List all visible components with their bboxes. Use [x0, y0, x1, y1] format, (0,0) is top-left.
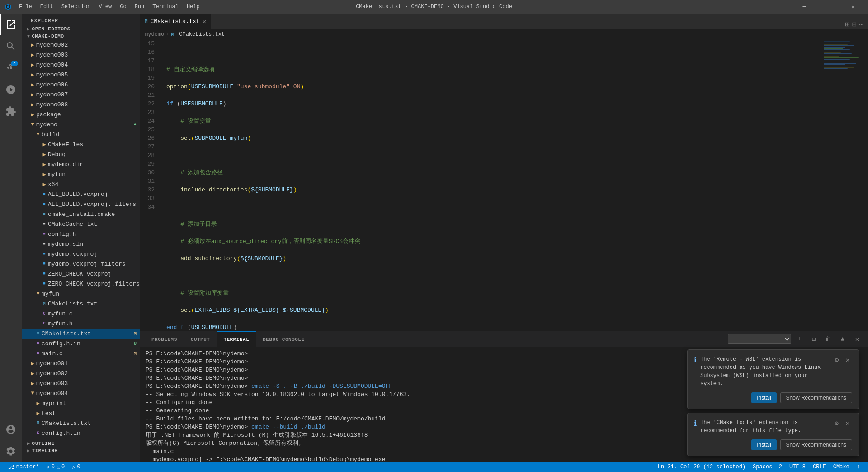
editor-layout-button[interactable]: ⊟ [852, 20, 857, 29]
tree-item-mydemo-vcxproj-filters[interactable]: ■ mydemo.vcxproj.filters [22, 259, 140, 269]
tree-item-mydemo005[interactable]: ▶ mydemo005 [22, 70, 140, 80]
close-button[interactable]: ✕ [843, 0, 863, 14]
tree-item-config-h-in[interactable]: C config.h.in U [22, 339, 140, 348]
timeline-section[interactable]: ▶ Timeline [22, 447, 140, 454]
tree-item-mydemo008[interactable]: ▶ mydemo008 [22, 100, 140, 110]
indentation-status[interactable]: Spaces: 2 [749, 462, 786, 472]
tree-item-mydemo002-2[interactable]: ▶ mydemo002 [22, 368, 140, 378]
close-panel-button[interactable]: ✕ [851, 333, 863, 345]
sidebar-content[interactable]: ▶ Open Editors ▼ CMAKE-DEMO ▶ mydemo002 … [22, 25, 140, 462]
notif-gear-button[interactable]: ⚙ [832, 419, 841, 428]
minimize-button[interactable]: ─ [794, 0, 815, 14]
install-button-wsl[interactable]: Install [751, 392, 776, 403]
more-actions-button[interactable]: ⋯ [859, 20, 863, 29]
tree-item-myfun-folder[interactable]: ▼ myfun [22, 289, 140, 299]
tree-item-cmake-install[interactable]: ■ cmake_install.cmake [22, 209, 140, 219]
activity-explorer[interactable] [0, 14, 22, 35]
tab-close-button[interactable]: ✕ [203, 18, 206, 25]
show-recommendations-button-cmake[interactable]: Show Recommendations [780, 439, 852, 450]
code-content[interactable]: # 自定义编译选项 option(USESUBMODULE "use submo… [162, 39, 823, 331]
tree-item-mydemo002[interactable]: ▶ mydemo002 [22, 40, 140, 50]
notif-gear-button[interactable]: ⚙ [832, 355, 841, 364]
cmake-demo-root[interactable]: ▼ CMAKE-DEMO [22, 33, 140, 40]
tree-item-myfun-h[interactable]: C myfun.h [22, 319, 140, 329]
split-terminal-button[interactable]: ⊟ [807, 333, 820, 345]
tree-item-x64[interactable]: ▶ x64 [22, 179, 140, 189]
panel-tab-debug[interactable]: DEBUG CONSOLE [256, 331, 311, 347]
kill-terminal-button[interactable]: 🗑 [822, 333, 835, 345]
maximize-button[interactable]: □ [818, 0, 839, 14]
tree-item-cmakelists-myfun[interactable]: M CMakeLists.txt [22, 299, 140, 309]
tree-item-all-build-filters[interactable]: ■ ALL_BUILD.vcxproj.filters [22, 199, 140, 209]
menu-file[interactable]: File [15, 3, 36, 11]
tree-item-build[interactable]: ▼ build [22, 129, 140, 139]
menu-edit[interactable]: Edit [37, 3, 57, 11]
menu-help[interactable]: Help [183, 3, 203, 11]
menu-run[interactable]: Run [131, 3, 148, 11]
menu-selection[interactable]: Selection [58, 3, 94, 11]
activity-source-control[interactable]: 3 [0, 57, 22, 79]
tree-item-mydemo003[interactable]: ▶ mydemo003 [22, 50, 140, 60]
notif-close-button[interactable]: ✕ [843, 419, 852, 428]
tree-item-zero-check-vcxproj[interactable]: ■ ZERO_CHECK.vcxproj [22, 269, 140, 279]
tree-item-mydemo006[interactable]: ▶ mydemo006 [22, 80, 140, 90]
show-recommendations-button-wsl[interactable]: Show Recommendations [780, 392, 852, 403]
activity-search[interactable] [0, 35, 22, 57]
tree-item-myfun-build[interactable]: ▶ myfun [22, 169, 140, 179]
maximize-panel-button[interactable]: ▲ [836, 333, 849, 345]
tree-item-zero-check-filters[interactable]: ■ ZERO_CHECK.vcxproj.filters [22, 279, 140, 289]
tree-item-cmakecache[interactable]: ■ CMakeCache.txt [22, 219, 140, 229]
breadcrumb-item-file[interactable]: M CMakeLists.txt [171, 31, 225, 38]
line-endings-status[interactable]: CRLF [809, 462, 830, 472]
panel-tab-problems[interactable]: PROBLEMS [145, 331, 184, 347]
activity-extensions[interactable] [0, 100, 22, 122]
outline-section[interactable]: ▶ Outline [22, 440, 140, 447]
install-button-cmake[interactable]: Install [751, 439, 776, 450]
cursor-position-status[interactable]: Ln 31, Col 20 (12 selected) [654, 462, 749, 472]
activity-account[interactable] [0, 419, 22, 440]
tree-item-debug[interactable]: ▶ Debug [22, 149, 140, 159]
activity-run-debug[interactable] [0, 79, 22, 100]
activity-settings[interactable] [0, 440, 22, 462]
tree-item-cmakefiles[interactable]: ▶ CMakeFiles [22, 139, 140, 149]
tree-item-mydemo[interactable]: ▼ mydemo ● [22, 119, 140, 129]
menu-terminal[interactable]: Terminal [149, 3, 182, 11]
menu-go[interactable]: Go [116, 3, 130, 11]
terminal-selector[interactable]: 2: powershell [728, 334, 791, 344]
tree-item-cmakelists-d4[interactable]: M CMakeLists.txt [22, 418, 140, 428]
tree-item-myfun-c[interactable]: C myfun.c [22, 309, 140, 319]
tree-item-mydemo007[interactable]: ▶ mydemo007 [22, 90, 140, 100]
tree-item-mydemo-dir[interactable]: ▶ mydemo.dir [22, 159, 140, 169]
tree-item-main-c[interactable]: C main.c M [22, 348, 140, 358]
tree-item-test[interactable]: ▶ test [22, 408, 140, 418]
language-mode-status[interactable]: CMake [830, 462, 853, 472]
tree-item-mydemo-vcxproj[interactable]: ■ mydemo.vcxproj [22, 249, 140, 259]
open-editors-section[interactable]: ▶ Open Editors [22, 25, 140, 33]
tree-item-config-h-in-d4[interactable]: C config.h.in [22, 428, 140, 438]
tree-item-mydemo-sln[interactable]: ■ mydemo.sln [22, 239, 140, 249]
panel-tab-terminal[interactable]: TERMINAL [217, 331, 256, 347]
new-terminal-button[interactable]: + [793, 333, 806, 345]
tree-item-all-build-vcxproj[interactable]: ■ ALL_BUILD.vcxproj [22, 189, 140, 199]
errors-warnings-status[interactable]: ⊗ 0 ⚠ 0 [42, 462, 68, 472]
tree-item-myprint[interactable]: ▶ myprint [22, 398, 140, 408]
tree-item-mydemo004[interactable]: ▶ mydemo004 [22, 60, 140, 70]
split-editor-button[interactable]: ⊞ [845, 20, 849, 29]
info-status[interactable]: △ 0 [68, 462, 84, 472]
notif-close-button[interactable]: ✕ [843, 355, 852, 364]
tree-item-mydemo003-2[interactable]: ▶ mydemo003 [22, 378, 140, 388]
sync-status[interactable]: ↑ [853, 462, 863, 472]
tree-item-config-h[interactable]: ■ config.h [22, 229, 140, 239]
item-badge: ● [133, 122, 137, 127]
tab-cmakelists[interactable]: M CMakeLists.txt ✕ [140, 14, 211, 29]
breadcrumb-item-mydemo[interactable]: mydemo [145, 31, 164, 38]
tree-item-cmakelists-active[interactable]: M CMakeLists.txt M [22, 329, 140, 339]
git-branch-status[interactable]: ⎇ master* [5, 462, 42, 472]
encoding-status[interactable]: UTF-8 [786, 462, 809, 472]
tree-item-package[interactable]: ▶ package [22, 110, 140, 119]
panel-tab-output[interactable]: OUTPUT [184, 331, 217, 347]
menu-view[interactable]: View [95, 3, 115, 11]
editor-scroll[interactable]: 15 16 17 18 19 20 21 22 23 24 25 26 27 2… [140, 39, 823, 331]
tree-item-mydemo001[interactable]: ▶ mydemo001 [22, 358, 140, 368]
tree-item-mydemo004-2[interactable]: ▼ mydemo004 [22, 388, 140, 398]
